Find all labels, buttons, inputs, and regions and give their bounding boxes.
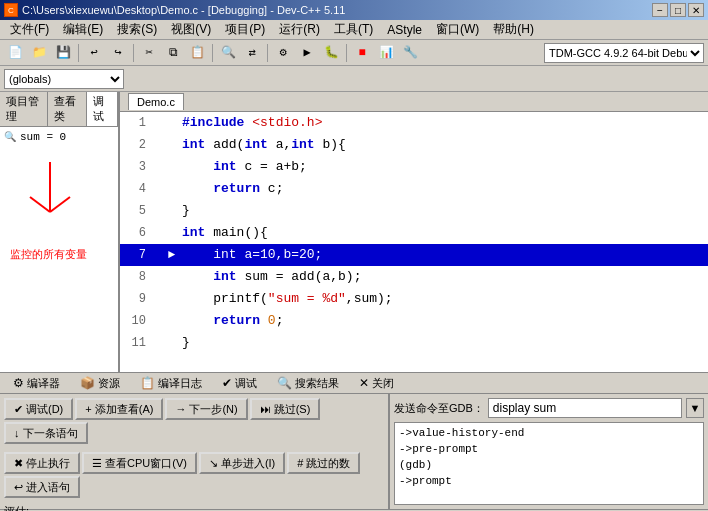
- line-number: 9: [124, 288, 154, 310]
- replace-button[interactable]: ⇄: [241, 42, 263, 64]
- options-button[interactable]: 🔧: [399, 42, 421, 64]
- code-content: return c;: [182, 178, 704, 200]
- gdb-output-line: ->pre-prompt: [399, 441, 699, 457]
- code-content: return 0;: [182, 310, 704, 332]
- btab-close-label: 关闭: [372, 376, 394, 391]
- compiler-selector[interactable]: TDM-GCC 4.9.2 64-bit Debug: [544, 43, 704, 63]
- debug-btn-r2-0[interactable]: ✖停止执行: [4, 452, 80, 474]
- minimize-button[interactable]: −: [652, 3, 668, 17]
- code-line: 5}: [120, 200, 708, 222]
- find-button[interactable]: 🔍: [217, 42, 239, 64]
- cut-button[interactable]: ✂: [138, 42, 160, 64]
- btab-compiler-label: 编译器: [27, 376, 60, 391]
- btab-compiler[interactable]: ⚙ 编译器: [4, 373, 69, 394]
- new-button[interactable]: 📄: [4, 42, 26, 64]
- close-button[interactable]: ✕: [688, 3, 704, 17]
- btab-compilelog-label: 编译日志: [158, 376, 202, 391]
- btab-resources-label: 资源: [98, 376, 120, 391]
- tab-project[interactable]: 项目管理: [0, 92, 48, 126]
- save-button[interactable]: 💾: [52, 42, 74, 64]
- eval-label: 评估:: [4, 504, 384, 511]
- menu-edit[interactable]: 编辑(E): [57, 19, 109, 40]
- execution-arrow: ►: [168, 244, 182, 266]
- code-content: }: [182, 332, 704, 354]
- compile-button[interactable]: ⚙: [272, 42, 294, 64]
- debug-btn-4[interactable]: ↓下一条语句: [4, 422, 88, 444]
- line-number: 3: [124, 156, 154, 178]
- profile-button[interactable]: 📊: [375, 42, 397, 64]
- code-content: #include <stdio.h>: [182, 112, 704, 134]
- menu-tools[interactable]: 工具(T): [328, 19, 379, 40]
- code-line: 7► int a=10,b=20;: [120, 244, 708, 266]
- line-number: 2: [124, 134, 154, 156]
- debug-btn-2[interactable]: →下一步(N): [165, 398, 247, 420]
- menu-search[interactable]: 搜索(S): [111, 19, 163, 40]
- menu-file[interactable]: 文件(F): [4, 19, 55, 40]
- menu-run[interactable]: 运行(R): [273, 19, 326, 40]
- search-tab-icon: 🔍: [277, 376, 292, 390]
- toolbar-sep-5: [346, 44, 347, 62]
- stop-button[interactable]: ■: [351, 42, 373, 64]
- menu-bar: 文件(F) 编辑(E) 搜索(S) 视图(V) 项目(P) 运行(R) 工具(T…: [0, 20, 708, 40]
- debug-buttons-row2: ✖停止执行☰查看CPU窗口(V)↘单步进入(I)#跳过的数↩进入语句: [0, 448, 388, 502]
- line-number: 7: [124, 244, 154, 266]
- bottom-tabs-bar: ⚙ 编译器 📦 资源 📋 编译日志 ✔ 调试 🔍 搜索结果 ✕ 关闭: [0, 372, 708, 394]
- code-line: 11}: [120, 332, 708, 354]
- gdb-label-row: 发送命令至GDB： ▼: [390, 394, 708, 422]
- btab-search-label: 搜索结果: [295, 376, 339, 391]
- run-button[interactable]: ▶: [296, 42, 318, 64]
- code-content: printf("sum = %d",sum);: [182, 288, 704, 310]
- tab-debug[interactable]: 调试: [87, 92, 118, 126]
- btab-debug[interactable]: ✔ 调试: [213, 373, 266, 394]
- eval-area: 评估:: [0, 502, 388, 511]
- maximize-button[interactable]: □: [670, 3, 686, 17]
- debug-btn-1[interactable]: +添加查看(A): [75, 398, 163, 420]
- title-bar: C C:\Users\xiexuewu\Desktop\Demo.c - [De…: [0, 0, 708, 20]
- toolbar-2: (globals): [0, 66, 708, 92]
- debug-btn-3[interactable]: ⏭跳过(S): [250, 398, 321, 420]
- debug-btn-r2-2[interactable]: ↘单步进入(I): [199, 452, 285, 474]
- debug-panel: ✔调试(D)+添加查看(A)→下一步(N)⏭跳过(S)↓下一条语句 ✖停止执行☰…: [0, 394, 708, 509]
- debug-buttons: ✔调试(D)+添加查看(A)→下一步(N)⏭跳过(S)↓下一条语句: [0, 394, 388, 448]
- watch-icon: 🔍: [4, 131, 16, 143]
- compiler-icon: ⚙: [13, 376, 24, 390]
- debug-btn-0[interactable]: ✔调试(D): [4, 398, 73, 420]
- btab-compilelog[interactable]: 📋 编译日志: [131, 373, 211, 394]
- debug-left-panel: ✔调试(D)+添加查看(A)→下一步(N)⏭跳过(S)↓下一条语句 ✖停止执行☰…: [0, 394, 390, 509]
- menu-view[interactable]: 视图(V): [165, 19, 217, 40]
- undo-button[interactable]: ↩: [83, 42, 105, 64]
- menu-project[interactable]: 项目(P): [219, 19, 271, 40]
- menu-help[interactable]: 帮助(H): [487, 19, 540, 40]
- debug-btn-r2-3[interactable]: #跳过的数: [287, 452, 360, 474]
- debug-btn-r2-4[interactable]: ↩进入语句: [4, 476, 80, 498]
- compilelog-icon: 📋: [140, 376, 155, 390]
- file-tab-item[interactable]: Demo.c: [128, 93, 184, 110]
- btab-resources[interactable]: 📦 资源: [71, 373, 129, 394]
- btab-search[interactable]: 🔍 搜索结果: [268, 373, 348, 394]
- redo-button[interactable]: ↪: [107, 42, 129, 64]
- code-line: 10 return 0;: [120, 310, 708, 332]
- debug-button[interactable]: 🐛: [320, 42, 342, 64]
- gdb-input[interactable]: [488, 398, 682, 418]
- code-line: 6int main(){: [120, 222, 708, 244]
- code-line: 3 int c = a+b;: [120, 156, 708, 178]
- title-text: C:\Users\xiexuewu\Desktop\Demo.c - [Debu…: [22, 4, 345, 16]
- code-content: int a=10,b=20;: [182, 244, 704, 266]
- tab-classes[interactable]: 查看类: [48, 92, 87, 126]
- line-number: 10: [124, 310, 154, 332]
- paste-button[interactable]: 📋: [186, 42, 208, 64]
- menu-window[interactable]: 窗口(W): [430, 19, 485, 40]
- copy-button[interactable]: ⧉: [162, 42, 184, 64]
- debug-btn-r2-1[interactable]: ☰查看CPU窗口(V): [82, 452, 197, 474]
- gdb-send-button[interactable]: ▼: [686, 398, 704, 418]
- globals-dropdown[interactable]: (globals): [4, 69, 124, 89]
- file-tab-bar: Demo.c: [120, 92, 708, 112]
- toolbar-sep-2: [133, 44, 134, 62]
- open-button[interactable]: 📁: [28, 42, 50, 64]
- code-content: int c = a+b;: [182, 156, 704, 178]
- menu-astyle[interactable]: AStyle: [381, 21, 428, 39]
- code-editor[interactable]: 1#include <stdio.h>2int add(int a,int b)…: [120, 112, 708, 372]
- btab-close[interactable]: ✕ 关闭: [350, 373, 403, 394]
- btab-debug-label: 调试: [235, 376, 257, 391]
- code-area: Demo.c 1#include <stdio.h>2int add(int a…: [120, 92, 708, 372]
